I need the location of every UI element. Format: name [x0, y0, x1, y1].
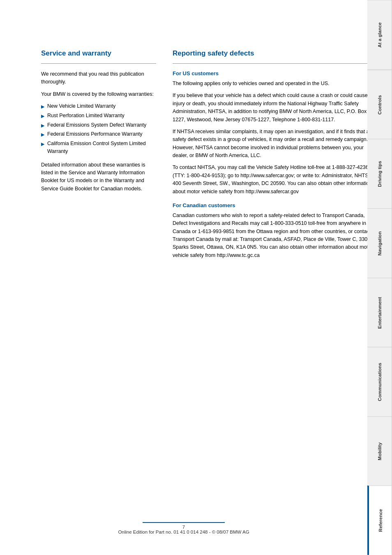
bullet-text: Rust Perforation Limited Warranty	[47, 112, 125, 120]
tab-controls[interactable]: Controls	[367, 70, 392, 139]
list-item: ▶ Federal Emissions System Defect Warran…	[41, 121, 156, 129]
tab-reference[interactable]: Reference	[367, 486, 392, 555]
tab-navigation[interactable]: Navigation	[367, 208, 392, 278]
intro-paragraph-2: Your BMW is covered by the following war…	[41, 90, 156, 98]
bullet-text: New Vehicle Limited Warranty	[47, 102, 115, 110]
list-item: ▶ New Vehicle Limited Warranty	[41, 102, 156, 110]
left-column: Service and warranty We recommend that y…	[41, 49, 156, 264]
bullet-icon: ▶	[41, 141, 44, 148]
warranty-list: ▶ New Vehicle Limited Warranty ▶ Rust Pe…	[41, 102, 156, 155]
bullet-text: California Emission Control System Limit…	[47, 140, 156, 155]
canadian-customers-subtitle: For Canadian customers	[173, 202, 376, 208]
list-item: ▶ Rust Perforation Limited Warranty	[41, 112, 156, 120]
divider-right	[173, 63, 376, 64]
tab-communications[interactable]: Communications	[367, 347, 392, 416]
us-customers-subtitle: For US customers	[173, 70, 376, 76]
tab-driving-tips[interactable]: Driving tips	[367, 139, 392, 208]
main-content: Service and warranty We recommend that y…	[0, 0, 392, 555]
detailed-info-paragraph: Detailed information about these warrant…	[41, 161, 156, 193]
us-paragraph-4: To contact NHTSA, you may call the Vehic…	[173, 164, 376, 196]
right-column: Reporting safety defects For US customer…	[173, 49, 376, 264]
us-paragraph-3: If NHTSA receives similar complaints, it…	[173, 128, 376, 160]
list-item: ▶ California Emission Control System Lim…	[41, 140, 156, 155]
tab-at-a-glance[interactable]: At a glance	[367, 0, 392, 70]
two-column-layout: Service and warranty We recommend that y…	[41, 49, 376, 264]
bullet-text: Federal Emissions System Defect Warranty	[47, 121, 146, 129]
tab-entertainment[interactable]: Entertainment	[367, 278, 392, 347]
us-paragraph-2: If you believe that your vehicle has a d…	[173, 92, 376, 124]
bullet-icon: ▶	[41, 131, 44, 138]
footer-line	[143, 522, 225, 523]
bullet-text: Federal Emissions Performance Warranty	[47, 130, 143, 138]
intro-paragraph-1: We recommend that you read this publicat…	[41, 70, 156, 86]
tab-mobility[interactable]: Mobility	[367, 416, 392, 486]
us-paragraph-1: The following applies only to vehicles o…	[173, 80, 376, 88]
page-container: Service and warranty We recommend that y…	[0, 0, 392, 555]
page-footer: 7 Online Edition for Part no. 01 41 0 01…	[0, 522, 367, 534]
bullet-icon: ▶	[41, 122, 44, 129]
list-item: ▶ Federal Emissions Performance Warranty	[41, 130, 156, 138]
copyright-text: Online Edition for Part no. 01 41 0 014 …	[118, 530, 249, 534]
bullet-icon: ▶	[41, 103, 44, 110]
sidebar-tabs: At a glance Controls Driving tips Naviga…	[367, 0, 392, 555]
divider-left	[41, 63, 156, 64]
service-warranty-title: Service and warranty	[41, 49, 156, 58]
page-number: 7	[182, 525, 185, 530]
ca-paragraph-1: Canadian customers who wish to report a …	[173, 212, 376, 259]
reporting-defects-title: Reporting safety defects	[173, 49, 376, 58]
bullet-icon: ▶	[41, 113, 44, 120]
